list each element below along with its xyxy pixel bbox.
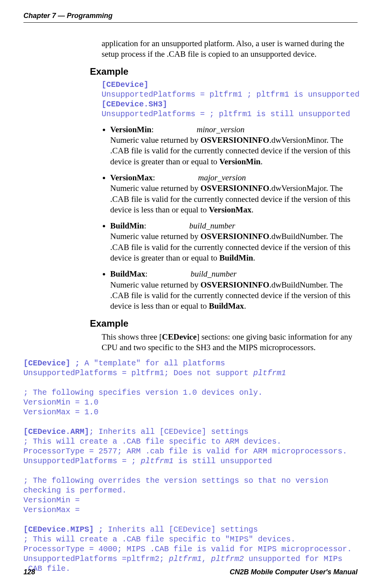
example-heading-2: Example [90,317,358,329]
dot: . [251,205,253,214]
dot: . [253,253,255,263]
code-line: [CEDevice.SH3] [102,100,167,109]
param-bold-end: BuildMin [219,253,253,263]
param-value: build_number [191,269,237,279]
param-bold-end: VersionMax [209,205,252,214]
param-bold-end: BuildMax [209,301,244,311]
code-line: VersionMax = [23,505,80,514]
api-name: OSVERSIONINFO [200,232,269,241]
param-desc-pre: Numeric value returned by [110,232,200,241]
code-line: VersionMin = 1.0 [23,398,98,407]
code-line: A "template" for all platforms [84,359,225,368]
parameter-list: VersionMin:minor_version Numeric value r… [102,124,358,312]
intro-paragraph: application for an unsupported platform.… [102,38,358,60]
dot: . [261,157,263,166]
code-line: VersionMax = 1.0 [23,408,98,417]
param-term: VersionMin [110,125,151,134]
list-item: BuildMin:build_number Numeric value retu… [110,221,358,263]
list-item: BuildMax:build_number Numeric value retu… [110,269,358,311]
example-heading-1: Example [90,65,358,77]
ex2-bold: CEDevice [162,332,197,342]
code-line: [CEDevice.ARM] [23,427,89,436]
code-line: pltfrm1 [141,457,174,466]
param-bold-end: VersionMin [219,157,260,166]
code-line: [CEDevice] [102,80,148,89]
param-value: minor_version [197,124,245,135]
code-line: pltfrm1 [169,554,202,563]
code-line: [CEDevice] ; [23,359,84,368]
code-line: pltfrm1 [253,369,286,378]
example2-paragraph: This shows three [CEDevice] sections: on… [102,332,358,353]
code-line: ; Inherits all [CEDevice] settings [89,427,249,436]
code-line: pltfrm2 [211,554,244,563]
list-item: VersionMax:major_version Numeric value r… [110,173,358,215]
code-line: VersionMin = [23,496,80,505]
api-name: OSVERSIONINFO [200,183,269,193]
code-line: , [202,554,211,563]
code-line: ; This will create a .CAB file specific … [23,535,295,544]
code-line: ProcessorType = 2577; ARM .cab file is v… [23,447,347,456]
code-line: UnsupportedPlatforms = pltfrm1; Does not… [23,369,253,378]
param-term: VersionMax [110,173,153,182]
code-block-1: [CEDevice] UnsupportedPlatforms = pltfrm… [102,80,358,119]
code-line: [CEDevice.MIPS] ; [23,525,108,534]
api-name: OSVERSIONINFO [200,135,269,145]
header-rule [23,22,358,23]
api-name: OSVERSIONINFO [200,280,269,290]
param-desc-pre: Numeric value returned by [110,135,200,145]
param-value: build_number [189,221,235,231]
code-line: UnsupportedPlatforms = ; pltfrm1 is stil… [102,110,350,119]
param-term: BuildMin [110,221,144,230]
code-line: UnsupportedPlatforms = pltfrm1 ; pltfrm1… [102,90,360,99]
page-number: 128 [23,568,35,576]
param-value: major_version [198,173,246,183]
list-item: VersionMin:minor_version Numeric value r… [110,124,358,167]
ex2-pre: This shows three [ [102,332,162,342]
code-line: ; The following specifies version 1.0 de… [23,388,263,397]
code-block-2: [CEDevice] ; A "template" for all platfo… [23,358,358,574]
running-header: Chapter 7 — Programming [23,12,358,20]
code-line: ; The following overrides the version se… [23,476,333,495]
code-line: ; This will create a .CAB file specific … [23,437,281,446]
page-footer: 128 CN2B Mobile Computer User's Manual [23,568,358,576]
param-term: BuildMax [110,269,145,279]
footer-title: CN2B Mobile Computer User's Manual [230,568,358,576]
code-line: ProcessorType = 4000; MIPS .CAB file is … [23,545,352,554]
code-line: Inherits all [CEDevice] settings [108,525,258,534]
code-line: UnsupportedPlatforms = ; [23,457,141,466]
code-line: UnsupportedPlatforms =pltfrm2; [23,554,169,563]
code-line: is still unsupported [174,457,272,466]
param-desc-pre: Numeric value returned by [110,280,200,290]
dot: . [244,301,246,311]
param-desc-pre: Numeric value returned by [110,183,200,193]
